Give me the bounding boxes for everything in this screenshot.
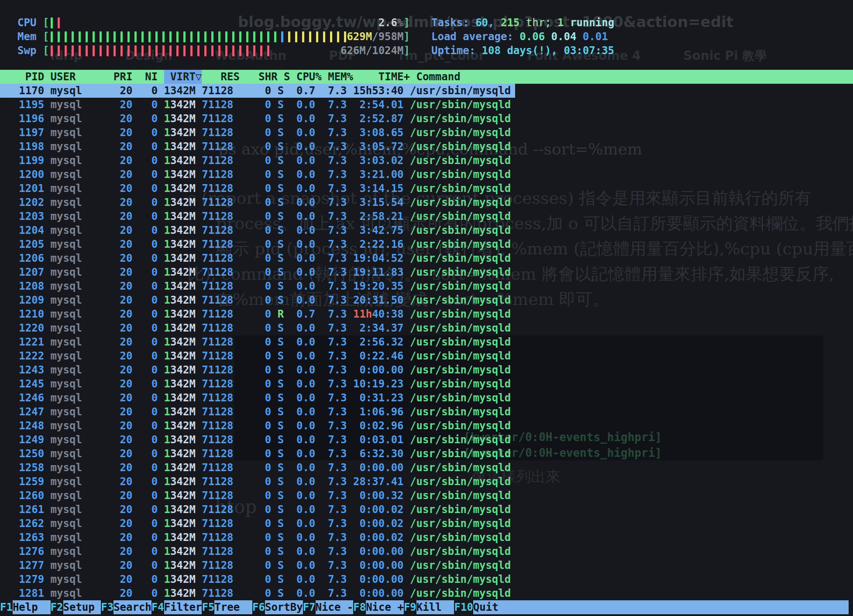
- cmd-cell: /usr/sbin/mysqld: [410, 419, 853, 433]
- fkey-f3-label[interactable]: Search: [114, 600, 151, 614]
- fkey-f1-label[interactable]: Help: [13, 600, 51, 614]
- process-row-1247[interactable]: 1247mysql2001342M711280S0.07.31:06.96/us…: [0, 405, 853, 419]
- process-row-1206[interactable]: 1206mysql2001342M711280S0.07.319:04.52/u…: [0, 251, 853, 265]
- pri-cell: 20: [114, 293, 132, 307]
- process-row-1260[interactable]: 1260mysql2001342M711280S0.07.30:00.32/us…: [0, 489, 853, 503]
- process-row-1170[interactable]: 1170mysql2001342M711280S0.77.315h53:40/u…: [0, 84, 853, 98]
- ni-cell: 0: [139, 195, 158, 209]
- column-header-time[interactable]: TIME+: [359, 70, 410, 84]
- process-row-1197[interactable]: 1197mysql2001342M711280S0.07.33:08.65/us…: [0, 126, 853, 140]
- process-row-1202[interactable]: 1202mysql2001342M711280S0.07.33:15.54/us…: [0, 195, 853, 209]
- ni-cell: 0: [139, 530, 158, 544]
- virt-cell: 1342M: [164, 307, 196, 321]
- fkey-f4-key[interactable]: F4: [151, 600, 164, 614]
- s-cell: S: [278, 475, 284, 489]
- process-row-1279[interactable]: 1279mysql2001342M711280S0.07.30:00.00/us…: [0, 572, 853, 586]
- fkey-f8-label[interactable]: Nice +: [366, 600, 404, 614]
- pid-cell: 1260: [0, 489, 44, 503]
- process-row-1277[interactable]: 1277mysql2001342M711280S0.07.30:00.00/us…: [0, 558, 853, 572]
- user-cell: mysql: [51, 251, 107, 265]
- meter-bar-green: [260, 31, 262, 42]
- process-row-1276[interactable]: 1276mysql2001342M711280S0.07.30:00.00/us…: [0, 544, 853, 558]
- cpu-cell: 0.0: [290, 419, 316, 433]
- process-row-1205[interactable]: 1205mysql2001342M711280S0.07.32:22.16/us…: [0, 237, 853, 251]
- column-header-shr[interactable]: SHR: [246, 70, 277, 84]
- meter-bar-green: [93, 31, 95, 42]
- fkey-f2-label[interactable]: Setup: [63, 600, 101, 614]
- process-row-1196[interactable]: 1196mysql2001342M711280S0.07.32:52.87/us…: [0, 112, 853, 126]
- user-cell: mysql: [51, 181, 107, 195]
- column-header-pri[interactable]: PRI: [114, 70, 132, 84]
- fkey-f7-key[interactable]: F7: [303, 600, 316, 614]
- fkey-f4-label[interactable]: Filter: [164, 600, 202, 614]
- process-row-1248[interactable]: 1248mysql2001342M711280S0.07.30:02.96/us…: [0, 419, 853, 433]
- process-row-1281[interactable]: 1281mysql2001342M711280S0.07.30:00.00/us…: [0, 586, 853, 600]
- process-row-1259[interactable]: 1259mysql2001342M711280S0.07.328:37.41/u…: [0, 475, 853, 489]
- s-cell: S: [278, 140, 284, 154]
- fkey-f3-key[interactable]: F3: [101, 600, 114, 614]
- process-row-1261[interactable]: 1261mysql2001342M711280S0.07.30:00.02/us…: [0, 503, 853, 517]
- process-row-1204[interactable]: 1204mysql2001342M711280S0.07.33:42.75/us…: [0, 223, 853, 237]
- time-cell: 0:00.00: [353, 586, 404, 600]
- process-row-1195[interactable]: 1195mysql2001342M711280S0.07.32:54.01/us…: [0, 98, 853, 112]
- fkey-f5-label[interactable]: Tree: [214, 600, 252, 614]
- process-row-1262[interactable]: 1262mysql2001342M711280S0.07.30:00.02/us…: [0, 517, 853, 530]
- virt-cell: 1342M: [164, 405, 196, 419]
- fkey-f2-key[interactable]: F2: [51, 600, 63, 614]
- meter-bar-red: [176, 45, 179, 56]
- process-row-1245[interactable]: 1245mysql2001342M711280S0.07.310:19.23/u…: [0, 377, 853, 391]
- time-cell: 19:11.83: [353, 265, 404, 279]
- ni-cell: 0: [139, 544, 158, 558]
- column-header-cmd[interactable]: Command: [416, 70, 853, 84]
- fkey-f8-key[interactable]: F8: [353, 600, 366, 614]
- fkey-f5-key[interactable]: F5: [202, 600, 214, 614]
- process-row-1258[interactable]: 1258mysql2001342M711280S0.07.30:00.00/us…: [0, 461, 853, 475]
- fkey-f7-label[interactable]: Nice -: [316, 600, 354, 614]
- process-row-1246[interactable]: 1246mysql2001342M711280S0.07.30:31.23/us…: [0, 391, 853, 405]
- virt-value-rest: 342M: [170, 517, 196, 530]
- column-header-ni[interactable]: NI: [139, 70, 158, 84]
- column-header-s[interactable]: S: [284, 70, 290, 84]
- process-row-1209[interactable]: 1209mysql2001342M711280S0.07.320:31.50/u…: [0, 293, 853, 307]
- process-row-1203[interactable]: 1203mysql2001342M711280S0.07.32:58.21/us…: [0, 209, 853, 223]
- mem-cell: 7.3: [322, 558, 347, 572]
- virt-cell: 1342M: [164, 363, 196, 377]
- pid-cell: 1221: [0, 335, 44, 349]
- fkey-f9-key[interactable]: F9: [404, 600, 416, 614]
- process-row-1243[interactable]: 1243mysql2001342M711280S0.07.30:00.00/us…: [0, 363, 853, 377]
- fkey-f10-label[interactable]: Quit: [473, 600, 511, 614]
- process-row-1263[interactable]: 1263mysql2001342M711280S0.07.30:00.02/us…: [0, 530, 853, 544]
- process-row-1200[interactable]: 1200mysql2001342M711280S0.07.33:21.00/us…: [0, 168, 853, 181]
- s-cell: S: [278, 363, 284, 377]
- column-header-pid[interactable]: PID: [0, 70, 44, 84]
- column-header-virt[interactable]: VIRT▽: [164, 70, 202, 84]
- res-cell: 71128: [202, 112, 233, 126]
- fkey-f1-key[interactable]: F1: [0, 600, 13, 614]
- fkey-f6-key[interactable]: F6: [252, 600, 265, 614]
- process-row-1201[interactable]: 1201mysql2001342M711280S0.07.33:14.15/us…: [0, 181, 853, 195]
- process-row-1198[interactable]: 1198mysql2001342M711280S0.07.33:05.72/us…: [0, 140, 853, 154]
- process-row-1208[interactable]: 1208mysql2001342M711280S0.07.319:20.35/u…: [0, 279, 853, 293]
- column-header-mem[interactable]: MEM%: [328, 70, 353, 84]
- swp-meter-open-bracket: [: [43, 44, 49, 58]
- column-header-res[interactable]: RES: [208, 70, 240, 84]
- process-row-1249[interactable]: 1249mysql2001342M711280S0.07.30:03.01/us…: [0, 433, 853, 447]
- virt-value-rest: 342M: [170, 99, 196, 111]
- ni-cell: 0: [139, 433, 158, 447]
- virt-cell: 1342M: [164, 586, 196, 600]
- process-row-1221[interactable]: 1221mysql2001342M711280S0.07.32:56.32/us…: [0, 335, 853, 349]
- cpu-cell: 0.0: [290, 126, 316, 140]
- fkey-f6-label[interactable]: SortBy: [265, 600, 303, 614]
- process-row-1199[interactable]: 1199mysql2001342M711280S0.07.33:03.02/us…: [0, 154, 853, 168]
- process-row-1207[interactable]: 1207mysql2001342M711280S0.07.319:11.83/u…: [0, 265, 853, 279]
- process-row-1250[interactable]: 1250mysql2001342M711280S0.07.36:32.30/us…: [0, 447, 853, 461]
- column-header-cpu[interactable]: CPU%: [296, 70, 322, 84]
- column-header-user[interactable]: USER: [51, 70, 107, 84]
- process-row-1210[interactable]: 1210mysql2001342M711280R0.77.311h40:38/u…: [0, 307, 853, 321]
- fkey-f10-key[interactable]: F10: [454, 600, 473, 614]
- fkey-f9-label[interactable]: Kill: [416, 600, 454, 614]
- s-cell: S: [278, 195, 284, 209]
- virt-value-high-digit: 1: [164, 85, 170, 97]
- process-row-1220[interactable]: 1220mysql2001342M711280S0.07.32:34.37/us…: [0, 321, 853, 335]
- process-row-1222[interactable]: 1222mysql2001342M711280S0.07.30:22.46/us…: [0, 349, 853, 363]
